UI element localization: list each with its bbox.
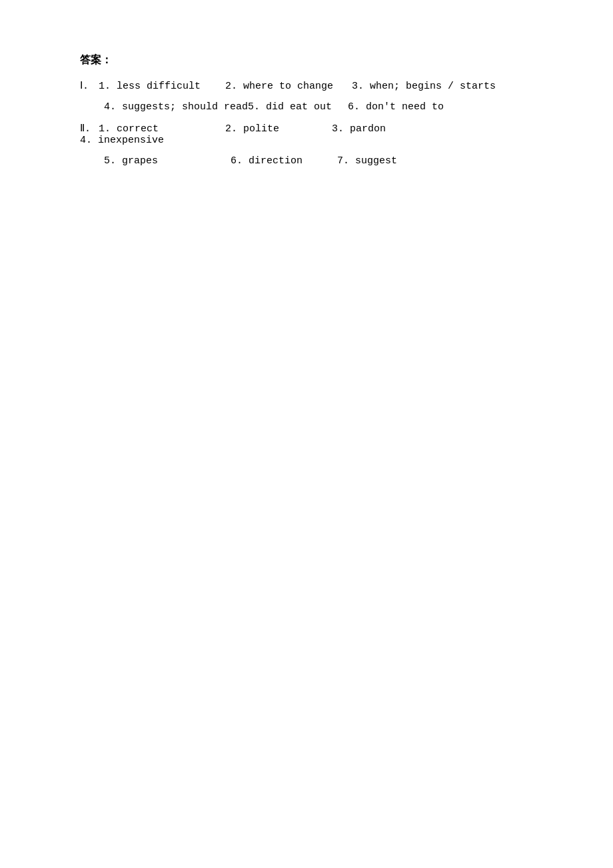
ii-item2: 2. polite	[225, 123, 332, 135]
section-ii-row2: 5. grapes 6. direction 7. suggest	[80, 155, 533, 167]
ii-item7: 7. suggest	[337, 155, 424, 167]
i-item4: 4. suggests; should read	[104, 101, 248, 113]
section-i-row1: Ⅰ. 1. less difficult 2. where to change …	[80, 79, 533, 92]
roman-ii: Ⅱ.	[80, 122, 99, 135]
section-i-row2: 4. suggests; should read 5. did eat out …	[80, 101, 533, 113]
i-item6: 6. don't need to	[348, 101, 444, 113]
roman-ii-spacer	[80, 155, 104, 167]
ii-item3: 3. pardon	[332, 123, 452, 135]
ii-item6: 6. direction	[231, 155, 337, 167]
ii-item1: 1. correct	[99, 123, 225, 135]
ii-item5: 5. grapes	[104, 155, 231, 167]
roman-i-spacer	[80, 101, 104, 113]
i-item5: 5. did eat out	[248, 101, 348, 113]
section-ii-row1: Ⅱ. 1. correct 2. polite 3. pardon 4. ine…	[80, 122, 533, 146]
page-container: 答案： Ⅰ. 1. less difficult 2. where to cha…	[0, 0, 613, 229]
i-item1: 1. less difficult	[99, 81, 225, 92]
ii-item4: 4. inexpensive	[80, 135, 187, 146]
answer-heading: 答案：	[80, 53, 533, 67]
i-item3: 3. when; begins / starts	[352, 81, 496, 92]
roman-i: Ⅰ.	[80, 79, 99, 92]
i-item2: 2. where to change	[225, 81, 352, 92]
